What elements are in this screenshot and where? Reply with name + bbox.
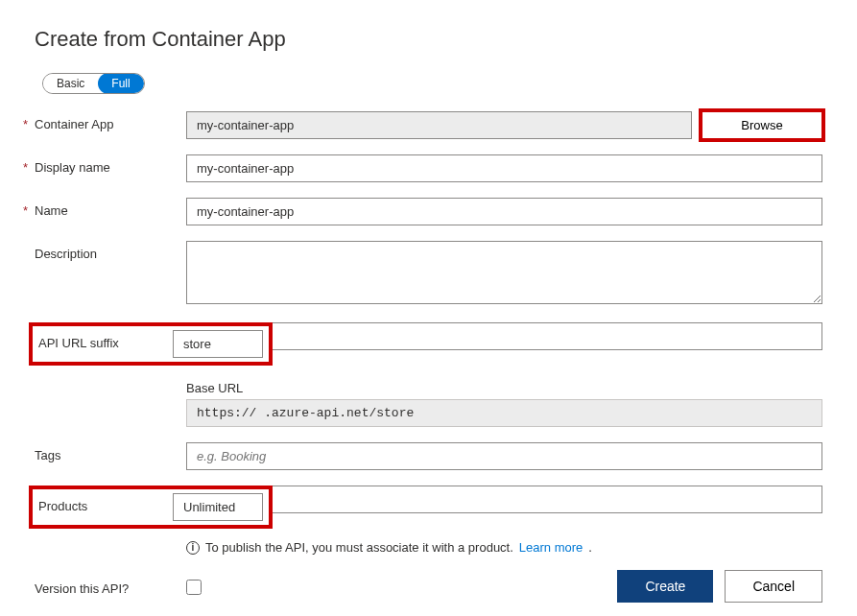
products-info-text: To publish the API, you must associate i…: [205, 540, 513, 555]
display-name-label: Display name: [35, 160, 110, 175]
name-input[interactable]: [186, 198, 822, 225]
page-title: Create from Container App: [35, 27, 822, 52]
toggle-basic[interactable]: Basic: [43, 73, 98, 94]
products-extension[interactable]: [273, 486, 822, 513]
api-url-suffix-input[interactable]: [173, 330, 263, 358]
api-url-suffix-extension[interactable]: [273, 322, 822, 350]
description-input[interactable]: [186, 241, 822, 304]
products-input[interactable]: [173, 493, 263, 521]
create-button[interactable]: Create: [617, 570, 713, 603]
products-info: i To publish the API, you must associate…: [186, 540, 822, 555]
base-url-value: https:// .azure-api.net/store: [186, 399, 822, 427]
toggle-full[interactable]: Full: [98, 73, 143, 94]
learn-more-link[interactable]: Learn more: [519, 540, 583, 555]
products-label: Products: [38, 493, 173, 521]
container-app-input[interactable]: [186, 111, 692, 139]
version-checkbox[interactable]: [186, 580, 202, 595]
version-label: Version this API?: [35, 581, 129, 596]
required-star-icon: *: [23, 117, 28, 131]
container-app-label: Container App: [35, 117, 113, 131]
cancel-button[interactable]: Cancel: [725, 570, 822, 603]
tags-input[interactable]: [186, 442, 822, 470]
description-label: Description: [35, 247, 97, 261]
browse-button[interactable]: Browse: [702, 111, 822, 139]
display-name-input[interactable]: [186, 154, 822, 182]
tags-label: Tags: [35, 448, 60, 462]
api-url-suffix-label: API URL suffix: [38, 330, 173, 358]
name-label: Name: [35, 203, 68, 218]
mode-toggle[interactable]: Basic Full: [42, 73, 145, 94]
base-url-label: Base URL: [186, 381, 822, 395]
required-star-icon: *: [23, 203, 28, 218]
info-icon: i: [186, 541, 200, 555]
required-star-icon: *: [23, 160, 28, 175]
